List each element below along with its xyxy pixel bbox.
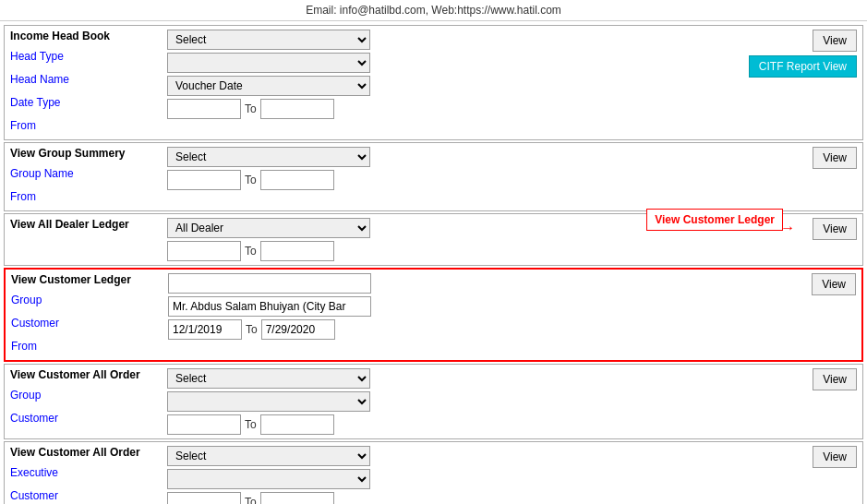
section-title-vcl: View Customer Ledger [11,273,168,286]
view-button-vcao1[interactable]: View [813,368,857,390]
section-view-all-dealer-ledger: View All Dealer Ledger All Dealer To Vie… [4,213,863,266]
select-group-name-vgs[interactable]: Select [167,147,370,167]
from-date-vcao2[interactable] [167,492,241,504]
to-date-vadl[interactable] [260,241,334,261]
label-from-vcl: From [11,340,76,353]
to-date-vgs[interactable] [260,170,334,190]
section-title-income-head-book: Income Head Book [10,30,167,42]
label-executive-vcao2: Executive [10,466,75,479]
section-title-vcao2: View Customer All Order [10,446,167,459]
citf-report-view-button[interactable]: CITF Report View [749,55,857,78]
section-title-vcao1: View Customer All Order [10,368,167,381]
label-group-vcao1: Group [10,389,75,402]
tooltip-view-customer-ledger: View Customer Ledger [646,209,783,231]
section-title-vadl: View All Dealer Ledger [10,218,167,231]
label-from-ihb: From [10,119,75,132]
select-group-vcao1[interactable]: Select [167,368,370,389]
select-customer-vcao1[interactable] [167,391,370,412]
label-customer-vcao2: Customer [10,489,75,502]
select-customer-vcao2[interactable] [167,469,370,489]
select-head-name[interactable] [167,53,370,73]
view-button-vadl[interactable]: View [813,218,857,240]
view-button-vcl[interactable]: View [812,273,856,295]
label-customer-vcao1: Customer [10,412,75,425]
select-date-type[interactable]: Voucher Date [167,76,370,96]
select-all-dealer[interactable]: All Dealer [167,218,370,238]
group-value-vcl[interactable] [168,273,371,294]
to-date-vcl[interactable] [261,319,335,340]
to-date-ihb[interactable] [260,99,334,119]
main-container: Income Head Book Head Type Head Name Dat… [0,21,867,504]
customer-value-vcl[interactable] [168,296,371,317]
view-button-vgs[interactable]: View [813,147,857,169]
label-date-type: Date Type [10,96,75,109]
from-date-vcao1[interactable] [167,414,241,435]
header-text: Email: info@hatilbd.com, Web:https://www… [306,4,561,17]
section-income-head-book: Income Head Book Head Type Head Name Dat… [4,25,863,140]
section-view-customer-ledger: View Customer Ledger Group Customer From… [4,268,863,362]
label-customer-vcl: Customer [11,317,76,330]
section-view-customer-all-order-2: View Customer All Order Executive Custom… [4,441,863,504]
to-label-vadl: To [245,245,257,258]
section-view-customer-all-order-1: View Customer All Order Group Customer S… [4,364,863,439]
top-bar: Email: info@hatilbd.com, Web:https://www… [0,0,867,21]
label-group-vcl: Group [11,294,76,306]
label-head-type: Head Type [10,50,75,63]
to-label-ihb: To [245,102,257,115]
to-label-vcao1: To [245,418,257,431]
from-date-ihb[interactable] [167,99,241,119]
from-date-vadl[interactable] [167,241,241,261]
section-title-vgs: View Group Summery [10,147,167,160]
label-from-vgs: From [10,190,75,203]
from-date-vgs[interactable] [167,170,241,190]
view-button-vcao2[interactable]: View [813,446,857,468]
to-label-vcao2: To [245,496,257,504]
from-date-vcl[interactable] [168,319,242,340]
to-date-vcao1[interactable] [260,414,334,435]
view-button-ihb[interactable]: View [813,30,857,52]
label-group-name-vgs: Group Name [10,167,75,180]
to-date-vcao2[interactable] [260,492,334,504]
select-executive-vcao2[interactable]: Select [167,446,370,466]
to-label-vcl: To [246,323,258,336]
section-view-group-summery: View Group Summery Group Name From Selec… [4,142,863,211]
to-label-vgs: To [245,174,257,186]
select-head-type[interactable]: Select [167,30,370,50]
label-head-name: Head Name [10,73,75,86]
